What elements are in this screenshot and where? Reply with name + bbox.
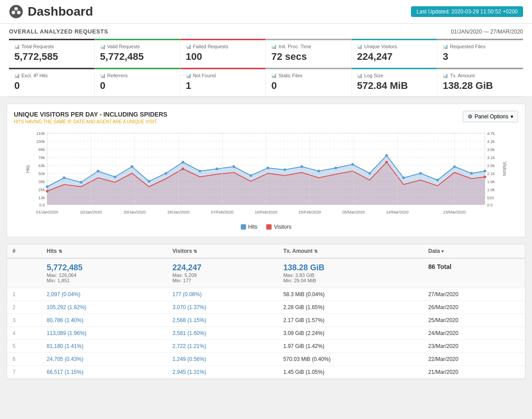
stats-row1: 📊 Total Requests 5,772,585 📊 Valid Reque… — [9, 38, 523, 67]
date-range: 01/JAN/2020 — 27/MAR/2020 — [451, 29, 523, 35]
cell-visitors[interactable]: 1,249 (0.56%) — [167, 353, 278, 366]
svg-point-45 — [484, 170, 486, 172]
cell-hits[interactable]: 2,097 (0.04%) — [42, 288, 167, 301]
stat-card-init.-proc.-time: 📊 Init. Proc. Time 72 secs — [266, 39, 352, 67]
stat-card-failed-requests: 📊 Failed Requests 100 — [180, 39, 266, 67]
stats-row2: 📊 Excl. IP Hits 0 📊 Referrers 0 📊 Not Fo… — [9, 67, 523, 96]
cell-visitors[interactable]: 2,722 (1.21%) — [167, 340, 278, 353]
stat-card-unique-visitors: 📊 Unique Visitors 224,247 — [352, 39, 437, 67]
stat-value: 5,772,585 — [14, 51, 89, 63]
svg-text:1.6k: 1.6k — [487, 180, 495, 184]
data-table: # Hits ⇅ Visitors ⇅ Tx. Amount ⇅ Data ▾ … — [7, 244, 525, 379]
svg-point-47 — [46, 190, 49, 193]
svg-point-39 — [385, 154, 388, 157]
svg-point-49 — [385, 161, 388, 163]
chart-svg: 110k 100k 88k 76k 63k 50k 38k 25k 13k 0.… — [14, 129, 518, 218]
svg-point-20 — [63, 176, 66, 179]
col-num[interactable]: # — [7, 244, 42, 258]
svg-text:4.2k: 4.2k — [487, 139, 495, 144]
stats-header: OVERALL ANALYZED REQUESTS 01/JAN/2020 — … — [9, 28, 523, 35]
hits-legend-dot — [241, 224, 246, 230]
stat-card-total-requests: 📊 Total Requests 5,772,585 — [9, 39, 95, 67]
cell-hits[interactable]: 80,786 (1.40%) — [42, 314, 167, 327]
cell-num: 1 — [7, 288, 42, 301]
cell-hits[interactable]: 66,517 (1.15%) — [42, 366, 167, 379]
cell-visitors[interactable]: 177 (0.08%) — [167, 288, 278, 301]
svg-text:3.1k: 3.1k — [487, 155, 495, 160]
overall-title: OVERALL ANALYZED REQUESTS — [9, 28, 108, 35]
col-tx[interactable]: Tx. Amount ⇅ — [278, 244, 423, 258]
svg-point-23 — [114, 176, 117, 178]
svg-text:63k: 63k — [38, 163, 45, 168]
svg-text:2.6k: 2.6k — [487, 163, 495, 168]
cell-date: 27/Mar/2020 — [423, 288, 525, 301]
svg-point-2 — [17, 11, 21, 14]
col-hits[interactable]: Hits ⇅ — [42, 244, 167, 258]
svg-point-41 — [419, 172, 422, 175]
cell-num: 7 — [7, 366, 42, 379]
chart-icon: 📊 — [186, 73, 191, 78]
svg-point-29 — [216, 168, 218, 170]
chevron-down-icon: ▾ — [511, 113, 513, 120]
table-row: 6 24,705 (0.43%) 1,249 (0.56%) 570.03 Mi… — [7, 353, 525, 366]
stat-label: 📊 Total Requests — [14, 44, 89, 49]
chart-header: UNIQUE VISITORS PER DAY - INCLUDING SPID… — [14, 111, 518, 124]
stat-card-requested-files: 📊 Requested Files 3 — [437, 39, 523, 67]
col-visitors[interactable]: Visitors ⇅ — [167, 244, 278, 258]
svg-text:Visitors: Visitors — [502, 162, 507, 176]
chart-icon: 📊 — [100, 44, 105, 49]
cell-date: 26/Mar/2020 — [423, 301, 525, 314]
legend-visitors: Visitors — [266, 224, 291, 230]
cell-num: 4 — [7, 327, 42, 340]
stat-card-tx.-amount: 📊 Tx. Amount 138.28 GiB — [437, 68, 523, 96]
stat-value: 72 secs — [271, 51, 346, 63]
summary-visitors: 224,247 Max: 5,209 Min: 177 — [167, 258, 278, 288]
svg-text:38k: 38k — [38, 180, 45, 184]
panel-options-label: Panel Options — [475, 113, 508, 120]
svg-text:4.7k: 4.7k — [487, 131, 495, 136]
summary-data: 86 Total — [423, 258, 525, 288]
cell-tx: 2.17 GiB (1.57%) — [278, 314, 423, 327]
visitors-legend-dot — [266, 224, 272, 230]
cell-tx: 2.28 GiB (1.65%) — [278, 301, 423, 314]
col-data[interactable]: Data ▾ — [423, 244, 525, 258]
header: Dashboard Last Updated: 2020-03-29 11:50… — [0, 0, 532, 24]
svg-text:0.0: 0.0 — [487, 203, 493, 207]
svg-point-35 — [318, 170, 320, 172]
cell-hits[interactable]: 113,089 (1.96%) — [42, 327, 167, 340]
stat-card-log-size: 📊 Log Size 572.84 MiB — [352, 68, 437, 96]
cell-date: 21/Mar/2020 — [423, 366, 525, 379]
cell-hits[interactable]: 105,292 (1.82%) — [42, 301, 167, 314]
chart-icon: 📊 — [100, 73, 105, 78]
stat-label: 📊 Failed Requests — [186, 44, 260, 49]
hits-legend-label: Hits — [248, 224, 258, 230]
chart-icon: 📊 — [357, 73, 362, 78]
tx-sort-icon: ⇅ — [314, 249, 318, 254]
svg-text:23/Mar/2020: 23/Mar/2020 — [443, 210, 466, 214]
svg-point-36 — [335, 167, 337, 169]
svg-text:29/Jan/2020: 29/Jan/2020 — [168, 210, 190, 214]
cell-visitors[interactable]: 3,070 (1.37%) — [167, 301, 278, 314]
svg-text:20/Jan/2020: 20/Jan/2020 — [124, 210, 146, 214]
svg-text:10/Jan/2020: 10/Jan/2020 — [80, 210, 102, 214]
panel-options-button[interactable]: ⚙ Panel Options ▾ — [463, 111, 518, 122]
cell-visitors[interactable]: 3,581 (1.60%) — [167, 327, 278, 340]
legend-hits: Hits — [241, 224, 258, 230]
svg-text:05/Mar/2020: 05/Mar/2020 — [342, 210, 365, 214]
svg-point-28 — [199, 170, 201, 172]
svg-point-38 — [369, 172, 371, 175]
gear-icon: ⚙ — [468, 113, 473, 120]
cell-tx: 1.45 GiB (1.05%) — [278, 366, 423, 379]
cell-visitors[interactable]: 2,945 (1.31%) — [167, 366, 278, 379]
stat-value: 3 — [443, 51, 518, 63]
cell-tx: 58.3 MiB (0.04%) — [278, 288, 423, 301]
cell-visitors[interactable]: 2,568 (1.15%) — [167, 314, 278, 327]
chart-icon: 📊 — [14, 73, 20, 78]
svg-point-48 — [182, 168, 184, 170]
stat-value: 1 — [186, 80, 260, 92]
cell-hits[interactable]: 81,180 (1.41%) — [42, 340, 167, 353]
svg-text:14/Mar/2020: 14/Mar/2020 — [386, 210, 409, 214]
table-row: 3 80,786 (1.40%) 2,568 (1.15%) 2.17 GiB … — [7, 314, 525, 327]
cell-tx: 570.03 MiB (0.40%) — [278, 353, 423, 366]
cell-hits[interactable]: 24,705 (0.43%) — [42, 353, 167, 366]
